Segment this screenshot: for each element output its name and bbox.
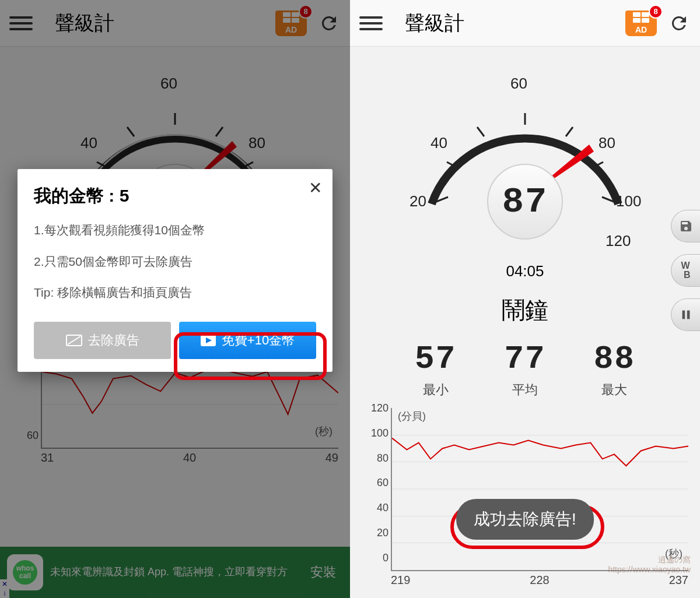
- save-icon: [679, 219, 693, 233]
- free-coins-button[interactable]: 免費+10金幣: [179, 322, 316, 359]
- ad-banner[interactable]: ✕ i whos call 未知來電辨識及封鎖 App. 電話神搜，立即看穿對方…: [0, 547, 350, 598]
- page-title: 聲級計: [405, 10, 464, 37]
- refresh-icon: [668, 13, 690, 34]
- ad-info-icon[interactable]: i: [0, 589, 9, 598]
- stat-max: 88 最大: [594, 340, 635, 399]
- menu-button[interactable]: [9, 16, 33, 30]
- close-button[interactable]: ✕: [309, 178, 322, 198]
- ad-close-icon[interactable]: ✕: [0, 579, 9, 589]
- status-label: 鬧鐘: [350, 294, 700, 326]
- svg-rect-22: [687, 311, 690, 319]
- svg-line-4: [216, 127, 223, 136]
- svg-line-17: [566, 127, 573, 136]
- pause-button[interactable]: [671, 298, 700, 331]
- menu-button[interactable]: [359, 16, 383, 30]
- refresh-button[interactable]: [317, 12, 341, 35]
- notification-badge: 8: [299, 5, 313, 19]
- svg-line-10: [68, 336, 80, 344]
- play-icon: [201, 335, 216, 346]
- gauge-meter: 20 40 60 80 100 120 87: [402, 64, 648, 239]
- refresh-button[interactable]: [667, 12, 691, 35]
- ad-badge[interactable]: AD 8: [625, 10, 657, 36]
- pause-icon: [680, 308, 692, 321]
- ad-text: 未知來電辨識及封鎖 App. 電話神搜，立即看穿對方: [50, 565, 296, 579]
- ad-slash-icon: [66, 335, 82, 346]
- modal-title: 我的金幣 : 5: [34, 184, 316, 208]
- watermark: 逍遙の窩 https://www.xiaoyao.tw: [608, 555, 691, 575]
- gauge-value: 87: [487, 164, 563, 240]
- stat-avg: 77 平均: [504, 340, 545, 399]
- install-button[interactable]: 安裝: [303, 559, 343, 586]
- success-toast: 成功去除廣告!: [456, 499, 594, 540]
- svg-line-2: [127, 127, 134, 136]
- notification-badge: 8: [649, 5, 663, 19]
- svg-line-15: [477, 127, 484, 136]
- ad-badge[interactable]: AD 8: [275, 10, 307, 36]
- coins-modal: ✕ 我的金幣 : 5 1.每次觀看視頻能獲得10個金幣 2.只需50個金幣即可去…: [18, 169, 332, 372]
- ad-app-icon: whos call: [7, 554, 43, 590]
- remove-ads-button[interactable]: 去除廣告: [34, 322, 171, 359]
- svg-rect-21: [682, 311, 685, 319]
- refresh-icon: [318, 13, 340, 34]
- stat-min: 57 最小: [415, 340, 456, 399]
- save-button[interactable]: [671, 210, 700, 242]
- wb-button[interactable]: W B: [671, 254, 700, 287]
- page-title: 聲級計: [55, 10, 114, 37]
